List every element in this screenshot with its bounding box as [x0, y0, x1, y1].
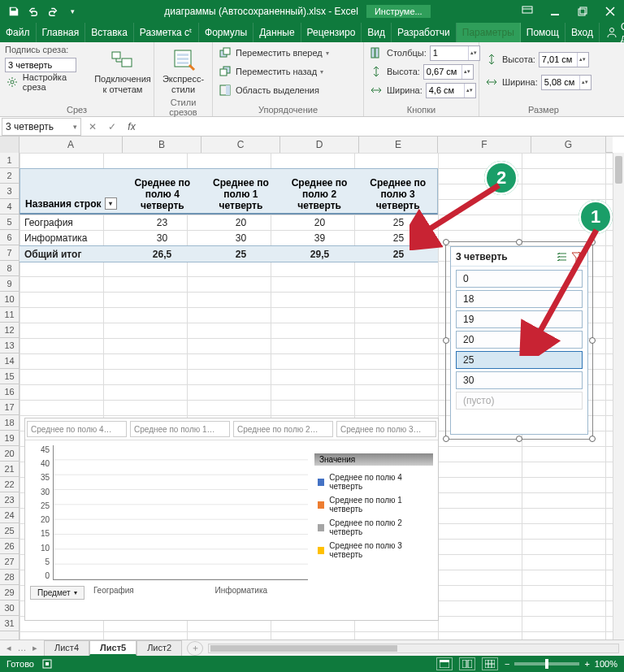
row-header[interactable]: 15	[0, 369, 19, 384]
tab-data[interactable]: Данные	[254, 23, 301, 42]
row-header[interactable]: 28	[0, 570, 19, 585]
view-layout-icon[interactable]	[459, 657, 475, 670]
tab-file[interactable]: Файл	[0, 23, 37, 42]
multiselect-icon[interactable]	[557, 251, 568, 262]
scroll-thumb[interactable]	[615, 156, 622, 184]
row-header[interactable]: 8	[0, 261, 19, 276]
add-sheet-button[interactable]: ＋	[187, 641, 203, 656]
sheet-nav[interactable]: ◂…▸	[0, 643, 44, 653]
zoom-control[interactable]: − + 100%	[505, 659, 618, 669]
row-header[interactable]: 7	[0, 245, 19, 261]
row-header[interactable]: 3	[0, 184, 19, 199]
tab-help[interactable]: Помощ	[521, 23, 566, 42]
tab-options[interactable]: Параметры	[457, 23, 521, 42]
tab-insert[interactable]: Вставка	[85, 23, 134, 42]
size-width-input[interactable]	[542, 76, 579, 89]
row-header[interactable]: 6	[0, 230, 19, 245]
columns-input[interactable]	[431, 46, 468, 60]
row-header[interactable]: 12	[0, 323, 19, 338]
row-header[interactable]: 18	[0, 415, 19, 431]
row-header[interactable]: 13	[0, 338, 19, 353]
slicer-styles-button[interactable]: Экспресс-стили	[159, 45, 207, 96]
restore-icon[interactable]	[569, 0, 596, 23]
slicer-caption-input[interactable]	[5, 58, 76, 72]
undo-icon[interactable]	[24, 2, 42, 20]
btn-width-stepper[interactable]: ▴▾	[426, 83, 476, 98]
slicer-item-empty[interactable]: (пусто)	[456, 392, 583, 410]
scroll-thumb[interactable]	[210, 645, 397, 652]
sheet-tab[interactable]: Лист5	[89, 640, 136, 656]
slicer-pane[interactable]: 3 четверть 01819202530(пусто)	[450, 246, 588, 435]
pivot-chart[interactable]: Среднее по полю 4… Среднее по полю 1… Ср…	[24, 418, 439, 621]
tab-developer[interactable]: Разработчи	[392, 23, 457, 42]
column-header[interactable]: B	[123, 137, 202, 153]
row-header[interactable]: 2	[0, 168, 19, 184]
column-header[interactable]: G	[531, 137, 606, 153]
column-header[interactable]: C	[202, 137, 280, 153]
row-header[interactable]: 9	[0, 276, 19, 292]
btn-width-input[interactable]	[427, 84, 464, 98]
slicer-item[interactable]: 20	[456, 331, 583, 349]
zoom-track[interactable]	[514, 662, 579, 665]
share-button[interactable]: Общий доступ	[600, 23, 624, 42]
clear-filter-icon[interactable]	[571, 251, 583, 262]
report-connections-button[interactable]: Подключения к отчетам	[97, 45, 149, 96]
slicer-item[interactable]: 30	[456, 371, 583, 389]
chart-field-button[interactable]: Среднее по полю 4…	[27, 421, 127, 437]
row-header[interactable]: 11	[0, 307, 19, 323]
row-header[interactable]: 14	[0, 353, 19, 369]
chart-field-button[interactable]: Среднее по полю 3…	[336, 421, 436, 437]
row-header[interactable]: 10	[0, 292, 19, 307]
send-backward-button[interactable]: Переместить назад▾	[218, 63, 323, 80]
column-header[interactable]: D	[280, 137, 359, 153]
redo-icon[interactable]	[44, 2, 62, 20]
bring-forward-button[interactable]: Переместить вперед▾	[218, 45, 329, 61]
view-break-icon[interactable]	[482, 657, 498, 670]
row-header[interactable]: 19	[0, 431, 19, 446]
slicer-item[interactable]: 18	[456, 290, 583, 308]
row-header[interactable]: 29	[0, 585, 19, 600]
chart-field-button[interactable]: Среднее по полю 2…	[233, 421, 333, 437]
zoom-out-icon[interactable]: −	[505, 659, 509, 669]
btn-height-input[interactable]	[424, 65, 462, 79]
selection-pane-button[interactable]: Область выделения	[218, 82, 319, 98]
zoom-label[interactable]: 100%	[595, 659, 618, 669]
row-header[interactable]: 17	[0, 400, 19, 415]
name-box[interactable]: 3 четверть▾	[2, 118, 81, 136]
ribbon-options-icon[interactable]	[514, 0, 541, 23]
minimize-icon[interactable]	[541, 0, 569, 23]
view-normal-icon[interactable]	[436, 657, 453, 670]
qat-dropdown-icon[interactable]: ▾	[63, 2, 81, 20]
row-header[interactable]: 1	[0, 153, 19, 168]
row-header[interactable]: 22	[0, 477, 19, 492]
vertical-scrollbar[interactable]	[613, 153, 624, 639]
sheet-tab[interactable]: Лист2	[136, 640, 182, 656]
slicer-item[interactable]: 0	[456, 270, 583, 288]
row-header[interactable]: 5	[0, 215, 19, 230]
column-header[interactable]: A	[20, 137, 123, 153]
macro-record-icon[interactable]	[42, 659, 52, 669]
column-header[interactable]: E	[359, 137, 438, 153]
tab-home[interactable]: Главная	[37, 23, 86, 42]
zoom-in-icon[interactable]: +	[584, 659, 589, 669]
columns-stepper[interactable]: ▴▾	[430, 46, 480, 61]
tab-layout[interactable]: Разметка сᵗ	[134, 23, 199, 42]
fx-icon[interactable]: fx	[122, 118, 141, 136]
row-header[interactable]: 27	[0, 554, 19, 570]
select-all-corner[interactable]	[0, 137, 20, 153]
close-icon[interactable]	[596, 0, 624, 23]
chart-filter-button[interactable]: Предмет▾	[30, 586, 84, 600]
row-header[interactable]: 31	[0, 616, 19, 631]
row-header[interactable]: 25	[0, 523, 19, 539]
size-height-input[interactable]	[540, 53, 577, 67]
btn-height-stepper[interactable]: ▴▾	[423, 64, 474, 80]
sheet-tab[interactable]: Лист4	[44, 640, 89, 656]
slicer-settings-button[interactable]: Настройка среза	[5, 74, 92, 90]
row-header[interactable]: 30	[0, 600, 19, 616]
horizontal-scrollbar[interactable]	[208, 644, 619, 653]
pivot-filter-button[interactable]: ▾	[105, 197, 117, 210]
row-header[interactable]: 16	[0, 384, 19, 400]
size-width-stepper[interactable]: ▴▾	[541, 75, 592, 90]
tab-login[interactable]: Вход	[566, 23, 600, 42]
slicer-item[interactable]: 19	[456, 310, 583, 328]
